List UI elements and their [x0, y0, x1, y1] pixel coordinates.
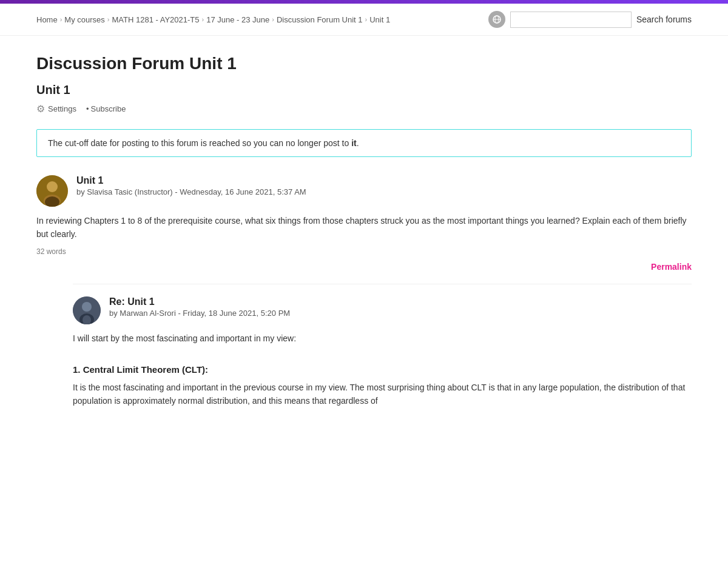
search-input[interactable] [510, 12, 632, 28]
breadcrumb-mycourses[interactable]: My courses [64, 15, 104, 24]
post-header-1: Unit 1 by Slavisa Tasic (Instructor) - W… [36, 175, 692, 207]
breadcrumb-sep-4: › [272, 16, 274, 23]
breadcrumb-bar: Home › My courses › MATH 1281 - AY2021-T… [0, 4, 728, 36]
post-reply-body-1: I will start by the most fascinating and… [73, 332, 692, 408]
subscribe-link[interactable]: •Subscribe [86, 104, 126, 113]
clt-section: 1. Central Limit Theorem (CLT): It is th… [73, 363, 692, 408]
breadcrumb-sep-1: › [60, 16, 62, 23]
avatar-student [73, 296, 101, 324]
breadcrumb-sep-2: › [107, 16, 110, 23]
post-1: Unit 1 by Slavisa Tasic (Instructor) - W… [36, 175, 692, 272]
breadcrumb-forum[interactable]: Discussion Forum Unit 1 [277, 15, 363, 24]
breadcrumb-sep-3: › [202, 16, 204, 23]
section-body-clt: It is the most fascinating and important… [73, 381, 692, 408]
post-title-1: Unit 1 [76, 175, 306, 186]
cutoff-notice: The cut-off date for posting to this for… [36, 129, 692, 157]
cutoff-suffix: . [357, 138, 359, 148]
svg-point-4 [47, 181, 58, 192]
post-body-1: In reviewing Chapters 1 to 8 of the prer… [36, 214, 692, 241]
breadcrumb: Home › My courses › MATH 1281 - AY2021-T… [36, 15, 390, 24]
page-title: Discussion Forum Unit 1 [36, 54, 692, 73]
avatar-instructor [36, 175, 68, 207]
breadcrumb-sep-5: › [365, 16, 368, 23]
post-wordcount-1: 32 words [36, 247, 692, 256]
post-reply-title-1: Re: Unit 1 [109, 296, 290, 307]
cutoff-text: The cut-off date for posting to this for… [48, 138, 349, 148]
search-area: Search forums [488, 11, 692, 28]
post-permalink-1: Permalink [36, 262, 692, 272]
post-reply-1: Re: Unit 1 by Marwan Al-Srori - Friday, … [73, 284, 692, 408]
post-reply-intro: I will start by the most fascinating and… [73, 332, 692, 345]
breadcrumb-unit[interactable]: Unit 1 [369, 15, 390, 24]
subscribe-label: Subscribe [91, 104, 126, 113]
post-reply-byline-1: by Marwan Al-Srori - Friday, 18 June 202… [109, 309, 290, 318]
post-reply-meta-1: Re: Unit 1 by Marwan Al-Srori - Friday, … [109, 296, 290, 318]
main-content: Discussion Forum Unit 1 Unit 1 ⚙ Setting… [0, 36, 728, 444]
settings-link[interactable]: ⚙ Settings [36, 103, 76, 115]
post-meta-1: Unit 1 by Slavisa Tasic (Instructor) - W… [76, 175, 306, 196]
settings-label: Settings [48, 104, 76, 113]
search-globe-icon [488, 11, 505, 28]
post-text-1: In reviewing Chapters 1 to 8 of the prer… [36, 214, 692, 241]
breadcrumb-course[interactable]: MATH 1281 - AY2021-T5 [112, 15, 200, 24]
post-reply-header-1: Re: Unit 1 by Marwan Al-Srori - Friday, … [73, 296, 692, 324]
forum-actions: ⚙ Settings •Subscribe [36, 103, 692, 115]
breadcrumb-home[interactable]: Home [36, 15, 58, 24]
breadcrumb-week[interactable]: 17 June - 23 June [206, 15, 269, 24]
forum-subtitle: Unit 1 [36, 83, 692, 97]
bullet-icon: • [86, 104, 89, 113]
permalink-link-1[interactable]: Permalink [651, 262, 692, 272]
cutoff-bold: it [351, 138, 357, 148]
svg-point-8 [82, 302, 92, 312]
post-byline-1: by Slavisa Tasic (Instructor) - Wednesda… [76, 187, 306, 196]
section-heading-clt: 1. Central Limit Theorem (CLT): [73, 363, 692, 377]
gear-icon: ⚙ [36, 103, 45, 115]
search-label: Search forums [636, 15, 692, 24]
